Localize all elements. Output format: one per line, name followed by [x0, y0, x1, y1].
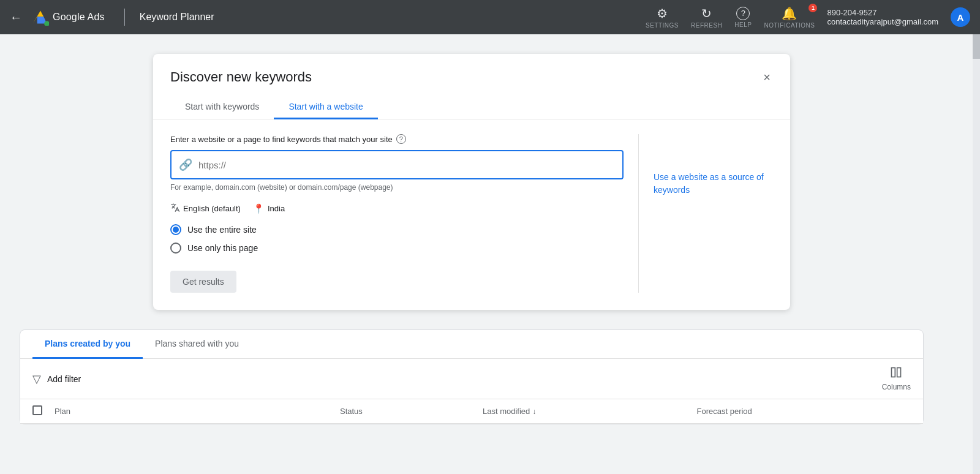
entire-site-radio-dot — [173, 227, 179, 233]
modal-close-button[interactable]: × — [761, 69, 773, 86]
modal-left-panel: Enter a website or a page to find keywor… — [170, 134, 624, 293]
back-button[interactable]: ← — [10, 10, 22, 24]
help-action[interactable]: ? HELP — [734, 7, 752, 28]
url-input-wrapper[interactable]: 🔗 — [170, 150, 624, 179]
location-item: 📍 India — [253, 203, 285, 214]
notifications-label: NOTIFICATIONS — [764, 22, 815, 29]
modal-header: Discover new keywords × — [153, 54, 790, 86]
topbar: ← Google Ads Keyword Planner ⚙ SETTINGS … — [0, 0, 980, 34]
only-page-radio[interactable] — [170, 243, 181, 254]
settings-action[interactable]: ⚙ SETTINGS — [646, 6, 679, 29]
notifications-action[interactable]: 🔔 1 NOTIFICATIONS — [764, 6, 815, 29]
scope-radio-group: Use the entire site Use only this page — [170, 224, 624, 254]
input-help-icon[interactable]: ? — [396, 134, 406, 144]
scrollbar-thumb[interactable] — [973, 34, 980, 59]
entire-site-radio[interactable] — [170, 224, 181, 235]
help-label: HELP — [734, 21, 752, 28]
google-ads-logo: Google Ads — [32, 9, 105, 26]
entire-site-label: Use the entire site — [187, 225, 257, 235]
location-pin-icon: 📍 — [253, 203, 265, 214]
tab-start-with-website[interactable]: Start with a website — [274, 96, 377, 119]
main-content: Discover new keywords × Start with keywo… — [0, 34, 943, 439]
help-icon: ? — [736, 7, 750, 20]
refresh-icon: ↻ — [701, 6, 712, 21]
header-last-modified[interactable]: Last modified ↓ — [483, 407, 697, 416]
location-label: India — [268, 204, 285, 213]
use-entire-site-option[interactable]: Use the entire site — [170, 224, 624, 235]
user-email: 890-204-9527 contactadityarajput@gmail.c… — [827, 8, 938, 26]
modal-right-panel: Use a website as a source of keywords — [638, 134, 773, 293]
link-icon: 🔗 — [179, 158, 192, 171]
modal-body: Enter a website or a page to find keywor… — [153, 119, 790, 310]
svg-rect-3 — [892, 368, 895, 377]
topbar-divider — [124, 9, 125, 26]
add-filter-button[interactable]: Add filter — [47, 374, 81, 384]
topbar-actions: ⚙ SETTINGS ↻ REFRESH ? HELP 🔔 1 NOTIFICA… — [646, 6, 970, 29]
modal-overlay: Discover new keywords × Start with keywo… — [20, 49, 924, 325]
translate-icon — [170, 203, 180, 214]
settings-icon: ⚙ — [657, 6, 668, 21]
modal-title: Discover new keywords — [170, 69, 312, 85]
plans-tabs: Plans created by you Plans shared with y… — [20, 330, 923, 359]
refresh-action[interactable]: ↻ REFRESH — [691, 6, 722, 29]
page-title: Keyword Planner — [140, 12, 214, 23]
header-plan: Plan — [55, 407, 340, 416]
refresh-label: REFRESH — [691, 22, 722, 29]
plans-toolbar: ▽ Add filter Columns — [20, 359, 923, 399]
modal-tabs: Start with keywords Start with a website — [153, 96, 790, 119]
sort-icon: ↓ — [532, 407, 536, 416]
use-only-page-option[interactable]: Use only this page — [170, 243, 624, 254]
columns-button[interactable]: Columns — [882, 366, 911, 391]
language-item: English (default) — [170, 203, 241, 214]
header-checkbox-cell[interactable] — [32, 405, 55, 417]
plans-section: Plans created by you Plans shared with y… — [20, 329, 924, 424]
discover-keywords-modal: Discover new keywords × Start with keywo… — [153, 54, 790, 310]
get-results-button[interactable]: Get results — [170, 271, 236, 293]
tab-plans-shared-with-you[interactable]: Plans shared with you — [143, 330, 251, 359]
user-avatar[interactable]: A — [951, 7, 970, 27]
app-name-label: Google Ads — [53, 12, 105, 23]
columns-label: Columns — [882, 383, 911, 391]
header-status: Status — [340, 407, 483, 416]
table-header-row: Plan Status Last modified ↓ Forecast per… — [20, 399, 923, 424]
url-hint: For example, domain.com (website) or dom… — [170, 183, 624, 192]
svg-rect-4 — [897, 368, 901, 377]
header-forecast-period: Forecast period — [697, 407, 911, 416]
notification-badge: 1 — [809, 4, 817, 12]
columns-icon — [890, 366, 902, 382]
bell-icon: 🔔 — [782, 6, 797, 21]
sidebar-hint-text: Use a website as a source of keywords — [654, 171, 773, 197]
lang-location-row: English (default) 📍 India — [170, 203, 624, 214]
tab-start-with-keywords[interactable]: Start with keywords — [170, 96, 274, 119]
settings-label: SETTINGS — [646, 22, 679, 29]
url-input-label: Enter a website or a page to find keywor… — [170, 134, 624, 144]
language-label: English (default) — [183, 204, 241, 213]
filter-icon: ▽ — [32, 372, 41, 386]
tab-plans-created-by-you[interactable]: Plans created by you — [32, 330, 143, 359]
only-page-label: Use only this page — [187, 243, 258, 253]
scrollbar[interactable] — [973, 34, 980, 474]
url-input[interactable] — [198, 160, 615, 170]
header-checkbox[interactable] — [32, 405, 42, 415]
